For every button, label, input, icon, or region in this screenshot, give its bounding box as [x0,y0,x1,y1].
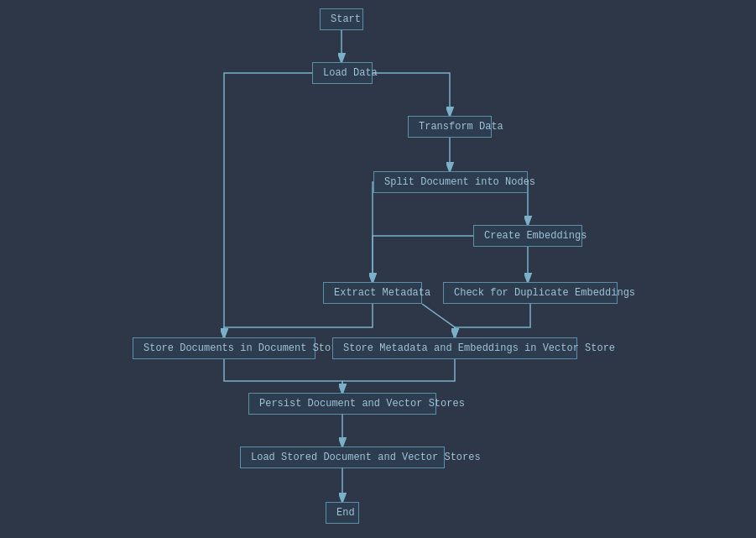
node-store-docs: Store Documents in Document Store [133,337,315,359]
node-start: Start [320,8,363,30]
node-create-emb: Create Embeddings [473,225,582,247]
node-persist: Persist Document and Vector Stores [248,393,436,415]
node-split-doc: Split Document into Nodes [373,171,528,193]
node-check-dup: Check for Duplicate Embeddings [443,282,618,304]
node-transform-data: Transform Data [408,116,492,138]
node-load-stored: Load Stored Document and Vector Stores [240,447,445,468]
node-end: End [326,502,359,524]
node-load-data: Load Data [312,62,373,84]
node-extract-meta: Extract Metadata [323,282,422,304]
flowchart-diagram: Start Load Data Transform Data Split Doc… [0,0,756,538]
node-store-meta: Store Metadata and Embeddings in Vector … [332,337,577,359]
